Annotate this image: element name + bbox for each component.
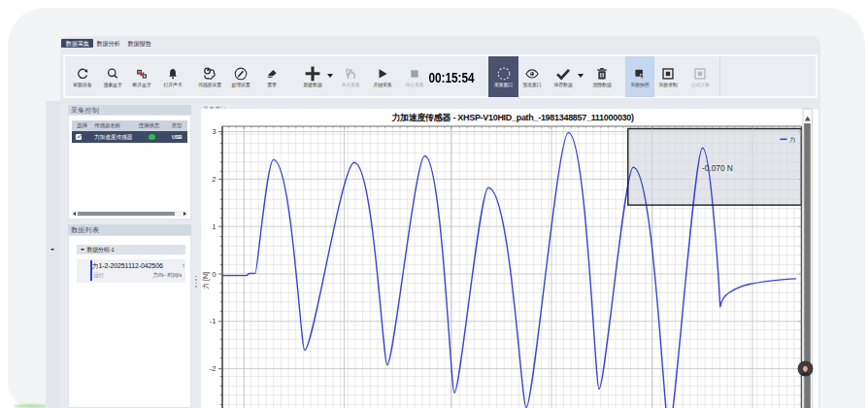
svg-text:-1: -1 (210, 317, 217, 325)
svg-text:1: 1 (212, 222, 216, 231)
svg-text:3: 3 (212, 127, 216, 136)
svg-text:力: 力 (789, 136, 796, 143)
svg-text:力加速度传感器 - XHSP-V10HID_path_-19: 力加速度传感器 - XHSP-V10HID_path_-1981348857_1… (390, 113, 634, 122)
svg-text:-2: -2 (210, 364, 217, 373)
svg-text:0: 0 (212, 270, 217, 279)
svg-text:2: 2 (212, 175, 216, 184)
svg-text:-0.070 N: -0.070 N (702, 163, 733, 173)
svg-text:力 [N]: 力 [N] (202, 272, 210, 289)
